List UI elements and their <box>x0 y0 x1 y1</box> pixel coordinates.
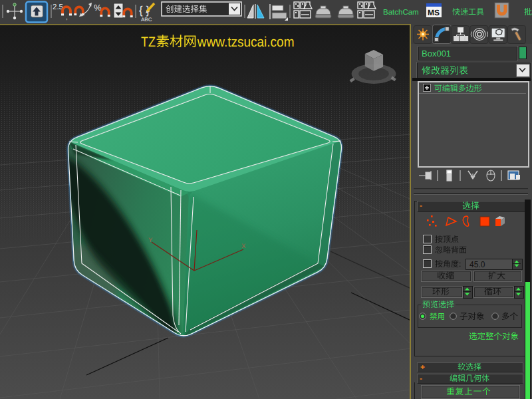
svg-text:+: + <box>420 362 425 372</box>
svg-text:-: - <box>420 201 422 210</box>
svg-text:-: - <box>420 374 422 383</box>
